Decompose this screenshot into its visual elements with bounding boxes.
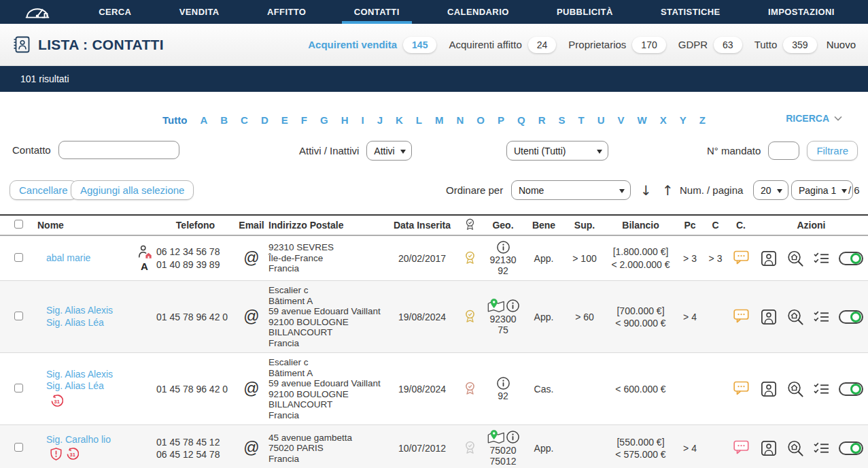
alphabet-letter-q[interactable]: Q	[517, 114, 525, 126]
active-toggle[interactable]	[839, 252, 863, 265]
order-by-select[interactable]: Nome	[511, 180, 631, 200]
alphabet-letter-d[interactable]: D	[261, 114, 268, 126]
contact-card-icon[interactable]	[760, 250, 778, 267]
checklist-icon[interactable]	[813, 441, 830, 455]
nav-tab-contatti[interactable]: CONTATTI	[349, 0, 405, 24]
checklist-icon[interactable]	[813, 252, 830, 265]
checklist-icon[interactable]	[813, 310, 830, 324]
chat-bubble-icon[interactable]	[733, 309, 749, 323]
per-page-select[interactable]: 20	[753, 180, 788, 200]
alphabet-letter-s[interactable]: S	[559, 114, 566, 126]
alphabet-letter-e[interactable]: E	[281, 114, 288, 126]
active-toggle[interactable]	[839, 310, 863, 324]
email-icon[interactable]: @	[243, 439, 259, 456]
alphabet-letter-k[interactable]: K	[396, 114, 403, 126]
contact-name-link[interactable]: abal marie	[46, 252, 90, 265]
filter-pill-proprietarios[interactable]: Proprietarios170	[568, 37, 665, 53]
row-checkbox[interactable]	[14, 312, 23, 320]
search-toggle[interactable]: RICERCA	[786, 113, 842, 124]
alphabet-letter-i[interactable]: I	[361, 114, 364, 126]
alphabet-letter-z[interactable]: Z	[699, 114, 706, 126]
row-actions	[754, 439, 868, 457]
filter-pill-gdpr[interactable]: GDPR63	[678, 37, 742, 53]
bedrooms-min: > 3	[704, 235, 727, 281]
sort-descending-icon[interactable]: ↓	[640, 180, 652, 201]
property-search-icon[interactable]	[786, 380, 804, 398]
filter-pill-acquirenti-vendita[interactable]: Acquirenti vendita145	[308, 37, 436, 53]
select-all-checkbox[interactable]	[14, 220, 23, 229]
alphabet-letter-p[interactable]: P	[498, 114, 504, 126]
active-toggle[interactable]	[839, 382, 863, 396]
alphabet-letter-v[interactable]: V	[618, 114, 625, 126]
property-search-icon[interactable]	[786, 439, 804, 457]
alphabet-letter-c[interactable]: C	[241, 114, 248, 126]
nav-tab-impostazioni[interactable]: IMPOSTAZIONI	[763, 0, 840, 24]
filter-button[interactable]: Filtrare	[807, 141, 858, 161]
alphabet-letter-a[interactable]: A	[200, 114, 207, 126]
alphabet-letter-l[interactable]: L	[416, 114, 422, 126]
alphabet-letter-t[interactable]: T	[578, 114, 585, 126]
nav-tab-pubblicità[interactable]: PUBBLICITÀ	[551, 0, 619, 24]
add-selection-button[interactable]: Aggiungi alla selezione	[71, 180, 194, 200]
app-logo[interactable]	[0, 0, 75, 24]
header-name: Nome	[37, 215, 133, 235]
row-checkbox[interactable]	[14, 253, 23, 262]
nav-tab-affitto[interactable]: AFFITTO	[262, 0, 311, 24]
alphabet-letter-b[interactable]: B	[220, 114, 228, 126]
page-select[interactable]: Pagina 1	[791, 180, 853, 200]
info-icon[interactable]	[496, 240, 510, 254]
email-icon[interactable]: @	[243, 307, 259, 325]
alphabet-letter-w[interactable]: W	[638, 114, 647, 126]
contact-card-icon[interactable]	[760, 308, 778, 326]
clear-button[interactable]: Cancellare	[10, 180, 77, 200]
alphabet-all[interactable]: Tutto	[162, 114, 187, 126]
contact-card-icon[interactable]	[760, 439, 778, 457]
geo-codes: 92130 92	[483, 254, 523, 276]
property-search-icon[interactable]	[786, 308, 804, 326]
chat-bubble-icon[interactable]	[733, 250, 749, 265]
alphabet-letter-x[interactable]: X	[660, 114, 667, 126]
nav-tab-vendita[interactable]: VENDITA	[174, 0, 225, 24]
nav-tab-calendario[interactable]: CALENDARIO	[442, 0, 515, 24]
alphabet-letter-o[interactable]: O	[476, 114, 485, 126]
row-checkbox[interactable]	[14, 384, 23, 392]
nav-tab-statistiche[interactable]: STATISTICHE	[655, 0, 726, 24]
alphabet-letter-f[interactable]: F	[301, 114, 307, 126]
contact-name-link[interactable]: Sig. Alias Alexis Sig. Alias Léa	[46, 369, 113, 392]
contact-name-link[interactable]: Sig. Caralho lio	[46, 434, 111, 446]
alphabet-letter-g[interactable]: G	[320, 114, 328, 126]
info-icon[interactable]	[506, 430, 520, 444]
map-pin-icon[interactable]	[487, 298, 506, 314]
new-contact-button[interactable]: Nuovo	[827, 39, 856, 50]
chat-bubble-icon[interactable]	[733, 440, 749, 454]
mandate-filter-input[interactable]	[768, 141, 799, 160]
sort-ascending-icon[interactable]: ↑	[662, 180, 674, 201]
contact-name-link[interactable]: Sig. Alias Alexis Sig. Alias Léa	[46, 305, 113, 329]
alphabet-letter-u[interactable]: U	[597, 114, 605, 126]
contact-card-icon[interactable]	[760, 380, 778, 398]
row-checkbox[interactable]	[14, 443, 23, 452]
email-icon[interactable]: @	[243, 249, 259, 267]
property-search-icon[interactable]	[786, 250, 804, 267]
alphabet-letter-r[interactable]: R	[538, 114, 546, 126]
users-filter-select[interactable]: Utenti (Tutti)	[506, 141, 608, 161]
filter-pill-label: Proprietarios	[568, 39, 626, 50]
active-filter-select[interactable]: Attivi	[366, 141, 411, 161]
contact-filter-input[interactable]	[58, 141, 179, 159]
checklist-icon[interactable]	[813, 382, 830, 396]
alphabet-letter-j[interactable]: J	[377, 114, 383, 126]
alphabet-letter-n[interactable]: N	[457, 114, 464, 126]
alphabet-letter-h[interactable]: H	[341, 114, 349, 126]
chat-bubble-icon[interactable]	[733, 381, 749, 395]
active-toggle[interactable]	[839, 441, 863, 455]
nav-tab-cerca[interactable]: CERCA	[93, 0, 137, 24]
rooms-min: > 3	[676, 235, 704, 281]
info-icon[interactable]	[496, 376, 510, 390]
filter-pill-acquirenti-affitto[interactable]: Acquirenti affitto24	[449, 37, 556, 53]
alphabet-letter-y[interactable]: Y	[680, 114, 687, 126]
map-pin-icon[interactable]	[487, 429, 506, 445]
alphabet-letter-m[interactable]: M	[435, 114, 444, 126]
info-icon[interactable]	[506, 299, 520, 313]
email-icon[interactable]: @	[243, 380, 259, 397]
filter-pill-tutto[interactable]: Tutto359	[754, 37, 817, 53]
